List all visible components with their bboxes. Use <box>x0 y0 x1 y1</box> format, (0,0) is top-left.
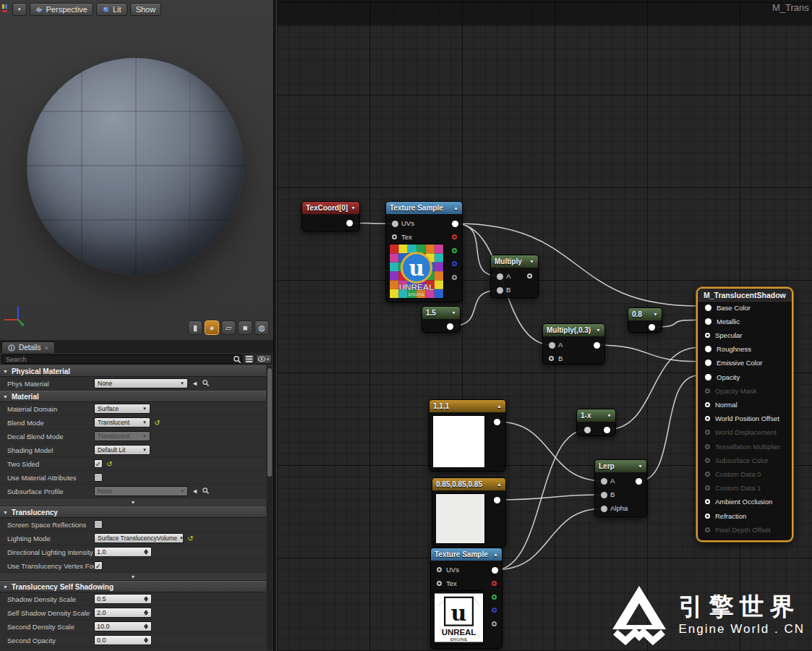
material-input-specular[interactable]: Specular <box>705 330 743 340</box>
collapse-icon[interactable]: ▼ <box>529 259 534 264</box>
dropdown-phys-material[interactable]: None▼ <box>94 378 188 388</box>
spinbox-second-density-scale[interactable]: 10.0 <box>94 621 152 631</box>
material-input-subsurface-color[interactable]: Subsurface Color <box>705 455 768 465</box>
collapse-icon[interactable]: ▲ <box>493 552 498 557</box>
close-icon[interactable]: × <box>45 344 48 352</box>
pin-Opacity[interactable] <box>705 374 711 380</box>
pin-Tessellation Multiplier[interactable] <box>705 444 710 449</box>
node-header[interactable]: Multiply(,0.3)▼ <box>543 324 604 336</box>
viewport-options-button[interactable]: ▾ <box>12 3 27 16</box>
wire[interactable] <box>497 495 604 500</box>
pin-B[interactable] <box>492 608 497 613</box>
wire[interactable] <box>638 375 698 481</box>
material-input-metallic[interactable]: Metallic <box>705 316 740 326</box>
pin-World Displacement[interactable] <box>705 430 710 435</box>
node-header[interactable]: Texture Sample▲ <box>431 548 502 561</box>
visibility-filter-button[interactable]: ▼ <box>256 354 272 364</box>
dropdown-shading-model[interactable]: Default Lit▼ <box>94 445 150 455</box>
section-header-0[interactable]: ▼Physical Material <box>0 365 266 377</box>
pin-G[interactable] <box>452 248 457 253</box>
pin-A[interactable] <box>497 273 503 280</box>
material-input-world-displacement[interactable]: World Displacement <box>705 427 777 438</box>
pin-Metallic[interactable] <box>705 318 711 325</box>
node-header[interactable]: 1-x▼ <box>577 409 615 422</box>
collapse-icon[interactable]: ▼ <box>351 205 356 210</box>
pin-A[interactable] <box>492 621 497 626</box>
collapse-icon[interactable]: ▼ <box>607 413 612 418</box>
pin-out[interactable] <box>494 497 500 503</box>
node-header[interactable]: Texture Sample▲ <box>386 202 462 214</box>
pin-A[interactable] <box>601 478 607 485</box>
pin-RGB[interactable] <box>492 567 498 574</box>
pin-Pixel Depth Offset[interactable] <box>705 527 710 532</box>
show-menu-button[interactable]: Show <box>130 3 162 16</box>
material-input-custom-data-1[interactable]: Custom Data 1 <box>705 483 761 493</box>
node-header[interactable]: Multiply▼ <box>491 255 538 268</box>
browse-search-icon[interactable] <box>202 377 210 390</box>
pin-out[interactable] <box>447 323 453 330</box>
node-const15[interactable]: 1.5▼ <box>422 306 461 333</box>
checkbox-two-sided[interactable]: ✓ <box>94 459 103 468</box>
tab-details[interactable]: Details × <box>1 341 55 353</box>
mesh-button-cylinder[interactable]: ▮ <box>188 320 202 335</box>
node-header[interactable]: Lerp▼ <box>595 460 646 472</box>
dropdown-blend-mode[interactable]: Translucent▼ <box>94 417 150 427</box>
search-input[interactable] <box>1 354 242 364</box>
collapse-icon[interactable]: ▲ <box>497 482 502 487</box>
spin-handle-icon[interactable] <box>143 596 149 602</box>
node-main[interactable]: M_TranslucentShadowBase ColorMetallicSpe… <box>696 287 793 542</box>
node-one_minus_x[interactable]: 1-x▼ <box>576 409 616 436</box>
pin-R[interactable] <box>452 234 457 239</box>
pin-Emissive Color[interactable] <box>705 359 711 366</box>
spin-handle-icon[interactable] <box>143 549 149 555</box>
spin-handle-icon[interactable] <box>143 624 149 629</box>
pin-out[interactable] <box>604 427 610 433</box>
reset-to-default-icon[interactable]: ↺ <box>154 419 160 427</box>
checkbox-use-translucency-vertex-fog[interactable]: ✓ <box>94 561 103 570</box>
material-input-pixel-depth-offset[interactable]: Pixel Depth Offset <box>705 524 770 535</box>
pin-Tex[interactable] <box>437 581 442 586</box>
spinbox-shadow-density-scale[interactable]: 0.5 <box>94 594 152 604</box>
node-header[interactable]: 1,1,1▲ <box>429 400 505 412</box>
pin-out[interactable] <box>494 419 500 425</box>
dropdown-lighting-mode[interactable]: Surface TranslucencyVolume▼ <box>94 533 184 543</box>
pin-Subsurface Color[interactable] <box>705 458 710 463</box>
pin-in[interactable] <box>584 427 591 433</box>
reset-to-default-icon[interactable]: ↺ <box>187 535 193 542</box>
section-header-2[interactable]: ▼Translucency <box>0 506 266 518</box>
pin-Custom Data 0[interactable] <box>705 472 710 477</box>
pin-Base Color[interactable] <box>705 305 711 311</box>
spinbox-self-shadow-density-scale[interactable]: 2.0 <box>94 608 152 618</box>
assign-back-icon[interactable]: ◄ <box>192 488 198 495</box>
dropdown-material-domain[interactable]: Surface▼ <box>94 404 150 414</box>
node-const085[interactable]: 0.85,0.85,0.85▲ <box>432 477 506 548</box>
pin-Tex[interactable] <box>392 234 397 239</box>
mesh-button-sphere[interactable]: ● <box>205 320 219 335</box>
node-texcoord[interactable]: TexCoord[0]▼ <box>302 201 360 231</box>
browse-search-icon[interactable] <box>202 485 210 498</box>
section-header-3[interactable]: ▼Translucency Self Shadowing <box>0 581 266 592</box>
wire[interactable] <box>597 345 698 362</box>
node-const08[interactable]: 0.8▼ <box>628 307 662 333</box>
node-header[interactable]: 0.85,0.85,0.85▲ <box>432 478 505 490</box>
material-input-opacity[interactable]: Opacity <box>705 372 740 382</box>
pin-out[interactable] <box>527 273 532 278</box>
pin-out[interactable] <box>594 342 600 349</box>
scrollbar-thumb[interactable] <box>268 368 272 477</box>
node-ts2[interactable]: Texture Sample▲UVsTexuUNREALENGINE <box>430 548 503 649</box>
wire[interactable] <box>607 348 698 430</box>
node-multiply03[interactable]: Multiply(,0.3)▼AB <box>542 323 605 365</box>
spinbox-second-opacity[interactable]: 0.0 <box>94 635 152 645</box>
pin-UVs[interactable] <box>392 221 398 227</box>
pin-Specular[interactable] <box>705 333 710 338</box>
pin-out[interactable] <box>636 478 642 485</box>
spinbox-directional-lighting-intensity[interactable]: 1.0 <box>94 547 152 557</box>
pin-B[interactable] <box>497 287 503 294</box>
collapse-icon[interactable]: ▼ <box>596 328 601 333</box>
pin-World Position Offset[interactable] <box>705 416 710 421</box>
spin-handle-icon[interactable] <box>143 610 149 616</box>
node-header[interactable]: 1.5▼ <box>422 307 460 319</box>
material-preview-sphere[interactable] <box>27 58 244 275</box>
pin-Alpha[interactable] <box>601 506 607 512</box>
mesh-button-cube[interactable]: ■ <box>238 320 252 335</box>
